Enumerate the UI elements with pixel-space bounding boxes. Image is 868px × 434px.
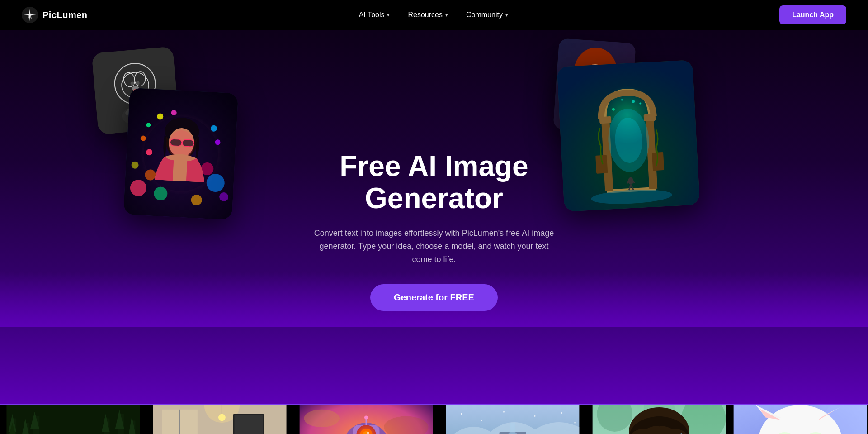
svg-rect-42 bbox=[553, 38, 636, 134]
generate-cta-button[interactable]: Generate for FREE bbox=[370, 284, 498, 311]
hero-card-ruins bbox=[557, 60, 700, 211]
interior-art bbox=[146, 405, 293, 434]
svg-point-17 bbox=[147, 105, 152, 110]
svg-rect-162 bbox=[510, 423, 515, 434]
svg-point-36 bbox=[164, 117, 200, 146]
svg-point-54 bbox=[590, 84, 665, 160]
nav-links: AI Tools ▾ Resources ▾ Community ▾ bbox=[352, 7, 515, 23]
svg-rect-1 bbox=[91, 46, 179, 134]
svg-point-12 bbox=[125, 110, 130, 115]
logo-text: PicLumen bbox=[42, 10, 88, 20]
svg-point-168 bbox=[503, 411, 505, 413]
svg-point-19 bbox=[130, 179, 147, 196]
svg-point-169 bbox=[534, 415, 536, 417]
svg-point-8 bbox=[132, 86, 139, 91]
svg-point-59 bbox=[607, 108, 651, 173]
anime-art bbox=[586, 405, 732, 434]
hero-subtitle: Convert text into images effortlessly wi… bbox=[312, 227, 556, 266]
svg-line-67 bbox=[631, 185, 634, 190]
svg-rect-56 bbox=[599, 116, 612, 124]
logo-icon bbox=[22, 7, 38, 23]
hero-card-fantasy-woman bbox=[553, 38, 636, 134]
strip-item-car: 77 bbox=[0, 405, 146, 434]
hero-card-woman bbox=[123, 88, 238, 220]
svg-point-114 bbox=[218, 414, 226, 421]
svg-point-31 bbox=[157, 113, 164, 120]
svg-point-61 bbox=[612, 108, 615, 110]
svg-point-34 bbox=[215, 139, 221, 145]
svg-point-137 bbox=[364, 416, 368, 420]
svg-point-35 bbox=[165, 120, 198, 160]
cat-art bbox=[732, 405, 868, 434]
svg-point-167 bbox=[481, 420, 482, 421]
svg-point-15 bbox=[143, 109, 148, 114]
svg-point-28 bbox=[146, 149, 153, 156]
svg-rect-71 bbox=[652, 152, 664, 171]
svg-rect-18 bbox=[123, 88, 238, 220]
svg-line-69 bbox=[632, 178, 635, 183]
svg-point-166 bbox=[461, 413, 462, 415]
dog-art bbox=[91, 46, 179, 134]
chevron-down-icon: ▾ bbox=[387, 12, 390, 18]
svg-point-2 bbox=[113, 62, 157, 106]
svg-point-9 bbox=[133, 88, 139, 96]
svg-point-6 bbox=[130, 81, 134, 86]
chevron-down-icon: ▾ bbox=[505, 12, 508, 18]
svg-point-47 bbox=[588, 76, 593, 81]
svg-point-45 bbox=[586, 76, 594, 82]
nav-item-ai-tools[interactable]: AI Tools ▾ bbox=[352, 7, 397, 23]
fantasy-woman-art bbox=[553, 38, 636, 134]
strip-item-interior bbox=[146, 405, 293, 434]
svg-point-65 bbox=[628, 177, 634, 185]
svg-point-33 bbox=[211, 125, 217, 132]
svg-point-21 bbox=[131, 161, 139, 169]
chevron-down-icon: ▾ bbox=[445, 12, 448, 18]
svg-point-50 bbox=[600, 78, 602, 79]
logo-link[interactable]: PicLumen bbox=[22, 7, 88, 23]
svg-point-5 bbox=[134, 71, 146, 86]
nav-item-community[interactable]: Community ▾ bbox=[459, 7, 515, 23]
svg-rect-116 bbox=[234, 415, 263, 434]
svg-point-13 bbox=[127, 108, 132, 113]
car-art: 77 bbox=[0, 405, 146, 434]
strip-item-robot bbox=[293, 405, 439, 434]
svg-point-26 bbox=[191, 194, 202, 205]
svg-point-48 bbox=[598, 77, 603, 82]
svg-line-68 bbox=[627, 179, 630, 183]
svg-point-3 bbox=[121, 72, 150, 99]
svg-point-10 bbox=[122, 109, 137, 124]
hero-title: Free AI Image Generator bbox=[312, 150, 556, 214]
svg-point-20 bbox=[145, 169, 156, 181]
svg-point-32 bbox=[171, 110, 177, 116]
svg-point-37 bbox=[168, 128, 195, 158]
svg-rect-38 bbox=[170, 139, 182, 146]
svg-point-44 bbox=[579, 63, 611, 100]
svg-point-30 bbox=[146, 123, 151, 128]
nav-item-resources[interactable]: Resources ▾ bbox=[401, 7, 455, 23]
strip-item-cat bbox=[732, 405, 868, 434]
svg-rect-58 bbox=[644, 114, 656, 121]
svg-point-51 bbox=[593, 84, 596, 88]
svg-point-170 bbox=[561, 412, 562, 414]
launch-app-button[interactable]: Launch App bbox=[779, 5, 846, 24]
hero-card-dog bbox=[91, 46, 179, 134]
strip-item-winter bbox=[439, 405, 586, 434]
strip-item-anime bbox=[586, 405, 732, 434]
svg-point-43 bbox=[572, 46, 618, 99]
svg-point-25 bbox=[201, 162, 214, 175]
svg-point-46 bbox=[596, 76, 604, 82]
image-strip: 77 bbox=[0, 404, 868, 434]
svg-point-7 bbox=[136, 81, 140, 85]
svg-point-41 bbox=[168, 130, 194, 160]
svg-rect-57 bbox=[646, 116, 657, 189]
svg-point-4 bbox=[122, 72, 136, 88]
hero-section: Free AI Image Generator Convert text int… bbox=[0, 0, 868, 404]
svg-point-49 bbox=[590, 77, 592, 79]
navbar: PicLumen AI Tools ▾ Resources ▾ Communit… bbox=[0, 0, 868, 30]
woman-art bbox=[123, 88, 238, 220]
svg-point-23 bbox=[206, 173, 225, 192]
svg-point-29 bbox=[140, 135, 146, 141]
svg-line-66 bbox=[629, 185, 632, 190]
svg-rect-53 bbox=[557, 60, 700, 211]
svg-point-22 bbox=[154, 186, 168, 201]
